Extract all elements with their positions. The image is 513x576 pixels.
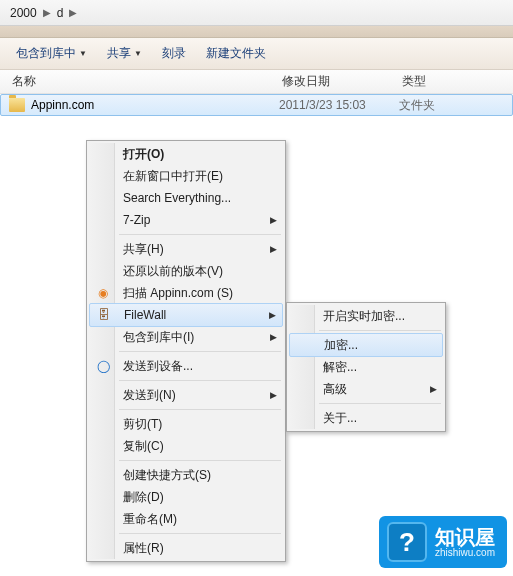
menu-label: 7-Zip [123,213,150,227]
menu-create-shortcut[interactable]: 创建快捷方式(S) [89,464,283,486]
column-header-date[interactable]: 修改日期 [270,73,390,90]
menu-advanced[interactable]: 高级 ▶ [289,378,443,400]
menu-scan[interactable]: ◉ 扫描 Appinn.com (S) [89,282,283,304]
menu-decrypt[interactable]: 解密... [289,356,443,378]
breadcrumb[interactable]: 2000 ▶ d ▶ [0,0,513,26]
breadcrumb-segment[interactable]: d [53,6,68,20]
menu-label: 共享(H) [123,241,164,258]
burn-button[interactable]: 刻录 [154,42,194,65]
menu-send-to-device[interactable]: ◯ 发送到设备... [89,355,283,377]
menu-about[interactable]: 关于... [289,407,443,429]
include-in-library-button[interactable]: 包含到库中 ▼ [8,42,95,65]
menu-separator [119,234,281,235]
menu-share[interactable]: 共享(H) ▶ [89,238,283,260]
scan-icon: ◉ [95,285,111,301]
menu-delete[interactable]: 删除(D) [89,486,283,508]
menu-7zip[interactable]: 7-Zip ▶ [89,209,283,231]
file-list: Appinn.com 2011/3/23 15:03 文件夹 [0,94,513,116]
submenu-arrow-icon: ▶ [270,390,277,400]
column-header-type[interactable]: 类型 [390,73,513,90]
menu-realtime-encrypt[interactable]: 开启实时加密... [289,305,443,327]
toolbar-label: 共享 [107,45,131,62]
submenu-arrow-icon: ▶ [270,332,277,342]
menu-send-to[interactable]: 发送到(N) ▶ [89,384,283,406]
menu-label: FileWall [124,308,166,322]
menu-label: 发送到设备... [123,358,193,375]
watermark-title: 知识屋 [435,527,495,547]
submenu-arrow-icon: ▶ [269,310,276,320]
dropdown-icon: ▼ [134,49,142,58]
file-name: Appinn.com [31,98,94,112]
menu-filewall[interactable]: 🗄 FileWall ▶ [89,303,283,327]
menu-copy[interactable]: 复制(C) [89,435,283,457]
menu-separator [119,533,281,534]
column-header-name[interactable]: 名称 [0,73,270,90]
table-row[interactable]: Appinn.com 2011/3/23 15:03 文件夹 [0,94,513,116]
menu-separator [119,380,281,381]
menu-cut[interactable]: 剪切(T) [89,413,283,435]
chevron-right-icon: ▶ [41,7,53,18]
watermark-url: zhishiwu.com [435,547,495,558]
menu-separator [319,403,441,404]
menu-label: 扫描 Appinn.com (S) [123,285,233,302]
menu-rename[interactable]: 重命名(M) [89,508,283,530]
new-folder-button[interactable]: 新建文件夹 [198,42,274,65]
share-button[interactable]: 共享 ▼ [99,42,150,65]
device-icon: ◯ [95,358,111,374]
breadcrumb-segment[interactable]: 2000 [6,6,41,20]
chevron-right-icon: ▶ [67,7,79,18]
file-type: 文件夹 [391,97,512,114]
menu-properties[interactable]: 属性(R) [89,537,283,559]
menu-open[interactable]: 打开(O) [89,143,283,165]
submenu-arrow-icon: ▶ [270,215,277,225]
menu-label: 高级 [323,381,347,398]
menu-separator [119,409,281,410]
menu-include-in-library[interactable]: 包含到库中(I) ▶ [89,326,283,348]
menu-encrypt[interactable]: 加密... [289,333,443,357]
menu-label: 打开(O) [123,146,164,163]
question-icon: ? [387,522,427,562]
toolbar-label: 新建文件夹 [206,45,266,62]
toolbar-label: 刻录 [162,45,186,62]
submenu-arrow-icon: ▶ [430,384,437,394]
folder-icon [9,98,25,112]
file-date: 2011/3/23 15:03 [271,98,391,112]
context-menu: 打开(O) 在新窗口中打开(E) Search Everything... 7-… [86,140,286,562]
menu-separator [319,330,441,331]
menu-label: 发送到(N) [123,387,176,404]
menu-search-everything[interactable]: Search Everything... [89,187,283,209]
toolbar: 包含到库中 ▼ 共享 ▼ 刻录 新建文件夹 [0,38,513,70]
dropdown-icon: ▼ [79,49,87,58]
submenu-arrow-icon: ▶ [270,244,277,254]
menu-separator [119,460,281,461]
menu-separator [119,351,281,352]
watermark-logo: ? 知识屋 zhishiwu.com [379,516,507,568]
menu-restore-previous[interactable]: 还原以前的版本(V) [89,260,283,282]
menu-open-new-window[interactable]: 在新窗口中打开(E) [89,165,283,187]
filewall-icon: 🗄 [96,307,112,323]
submenu-filewall: 开启实时加密... 加密... 解密... 高级 ▶ 关于... [286,302,446,432]
window-spacer [0,26,513,38]
menu-label: 包含到库中(I) [123,329,194,346]
column-headers: 名称 修改日期 类型 [0,70,513,94]
toolbar-label: 包含到库中 [16,45,76,62]
